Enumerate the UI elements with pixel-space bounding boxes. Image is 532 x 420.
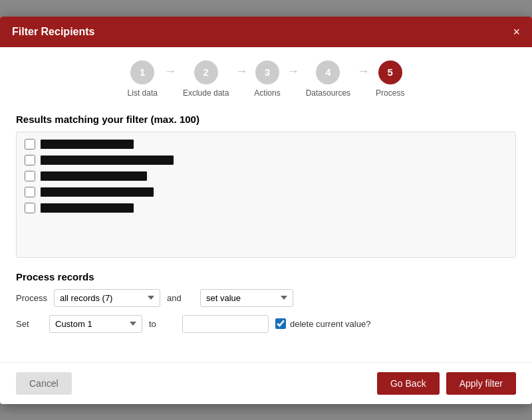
step-4-label: Datasources	[306, 88, 350, 98]
and-label: and	[167, 293, 194, 303]
result-checkbox-4[interactable]	[25, 187, 35, 197]
to-value-input[interactable]	[182, 315, 269, 333]
result-checkbox-3[interactable]	[25, 171, 35, 181]
list-item	[25, 187, 507, 197]
step-4-circle: 4	[316, 60, 340, 84]
step-5-label: Process	[376, 88, 404, 98]
step-2-label: Exclude data	[183, 88, 229, 98]
apply-filter-button[interactable]: Apply filter	[446, 372, 516, 395]
step-5-circle: 5	[378, 60, 402, 84]
modal-container: Filter Recipients × 1 List data → 2 Excl…	[0, 17, 532, 404]
set-label: Set	[16, 319, 43, 329]
step-2-circle: 2	[194, 60, 218, 84]
step-arrow-2: →	[229, 64, 254, 78]
step-arrow-1: →	[158, 64, 183, 78]
results-box	[16, 132, 516, 258]
step-arrow-4: →	[350, 64, 376, 78]
step-arrow-3: →	[281, 64, 306, 78]
action-select[interactable]: set value delete value copy value	[200, 289, 293, 307]
result-text-5	[41, 203, 134, 213]
stepper: 1 List data → 2 Exclude data → 3 Actions…	[16, 60, 516, 98]
result-text-4	[41, 187, 154, 197]
modal-title: Filter Recipients	[12, 26, 94, 38]
close-button[interactable]: ×	[513, 26, 520, 38]
step-1: 1 List data	[128, 60, 158, 98]
modal-body: 1 List data → 2 Exclude data → 3 Actions…	[0, 47, 532, 362]
step-1-circle: 1	[130, 60, 154, 84]
process-records-section: Process records Process all records (7) …	[16, 271, 516, 333]
process-label: Process	[16, 293, 47, 303]
step-2: 2 Exclude data	[183, 60, 229, 98]
to-label: to	[149, 319, 176, 329]
list-item	[25, 139, 507, 150]
result-text-2	[41, 156, 174, 165]
process-row-2: Set Custom 1 Custom 2 Custom 3 to delete…	[16, 315, 516, 333]
process-records-title: Process records	[16, 271, 516, 282]
step-3-label: Actions	[254, 88, 280, 98]
step-3-circle: 3	[255, 60, 279, 84]
modal-header: Filter Recipients ×	[0, 17, 532, 47]
result-checkbox-1[interactable]	[25, 139, 35, 150]
field-select[interactable]: Custom 1 Custom 2 Custom 3	[49, 315, 142, 333]
footer-right-buttons: Go Back Apply filter	[377, 372, 516, 395]
list-item	[25, 203, 507, 213]
result-checkbox-5[interactable]	[25, 203, 35, 213]
result-text-1	[41, 140, 134, 149]
list-item	[25, 171, 507, 181]
go-back-button[interactable]: Go Back	[377, 372, 440, 395]
delete-current-text: delete current value?	[290, 319, 370, 329]
modal-footer: Cancel Go Back Apply filter	[0, 362, 532, 404]
results-title: Results matching your filter (max. 100)	[16, 114, 516, 125]
cancel-button[interactable]: Cancel	[16, 372, 72, 395]
delete-current-checkbox[interactable]	[275, 318, 286, 329]
step-4: 4 Datasources	[306, 60, 350, 98]
step-1-label: List data	[128, 88, 158, 98]
result-checkbox-2[interactable]	[25, 155, 35, 165]
delete-current-label[interactable]: delete current value?	[275, 318, 370, 329]
list-item	[25, 155, 507, 165]
step-3: 3 Actions	[254, 60, 280, 98]
all-records-select[interactable]: all records (7) selected records unselec…	[54, 289, 160, 307]
result-text-3	[41, 171, 147, 181]
process-row-1: Process all records (7) selected records…	[16, 289, 516, 307]
step-5: 5 Process	[376, 60, 404, 98]
